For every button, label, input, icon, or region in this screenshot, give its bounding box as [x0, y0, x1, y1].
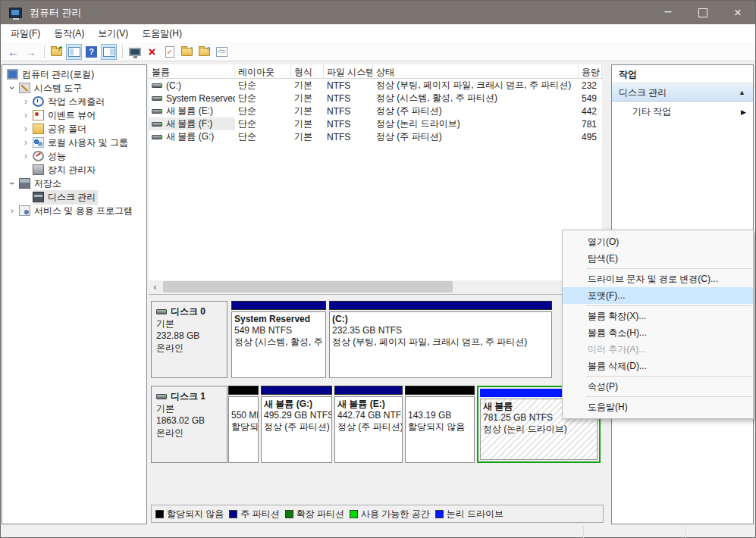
tree-item-computer-management[interactable]: 컴퓨터 관리(로컬)	[2, 67, 146, 81]
users-groups-icon	[33, 137, 44, 148]
close-icon[interactable]	[720, 1, 755, 24]
shared-folders-icon	[33, 124, 44, 134]
menu-item-change-drive-letter[interactable]: 드라이브 문자 및 경로 변경(C)...	[563, 271, 753, 287]
collapse-up-icon[interactable]	[739, 83, 745, 102]
unallocated-segment-2[interactable]: 143.19 GB 할당되지 않음	[405, 386, 475, 463]
menu-item-explore[interactable]: 탐색(E)	[563, 250, 753, 267]
tree-item-shared-folders[interactable]: 공유 폴더	[2, 122, 146, 136]
back-icon[interactable]: ←	[5, 44, 21, 60]
menu-item-help[interactable]: 도움말(H)	[563, 399, 753, 415]
chevron-expanded-icon[interactable]	[5, 83, 19, 93]
menu-item-format[interactable]: 포맷(F)...	[563, 287, 753, 304]
console-tree-toggle-icon[interactable]	[66, 44, 82, 60]
table-row[interactable]: 새 볼륨 (E:) 단순 기본 NTFS 정상 (주 파티션) 442	[149, 105, 602, 117]
unallocated-segment-1[interactable]: 550 MB 할당되지 않음	[228, 386, 259, 463]
table-row-selected[interactable]: 새 볼륨 (F:) 단순 기본 NTFS 정상 (논리 드라이브) 781	[149, 117, 602, 130]
table-row[interactable]: (C:) 단순 기본 NTFS 정상 (부팅, 페이지 파일, 크래시 덤프, …	[149, 79, 602, 92]
action-pane-toggle-icon[interactable]	[101, 44, 117, 60]
actions-section-disk-management[interactable]: 디스크 관리	[612, 83, 753, 102]
pane-splitter[interactable]	[149, 294, 602, 295]
menu-file[interactable]: 파일(F)	[4, 25, 47, 42]
menu-item-extend-volume[interactable]: 볼륨 확장(X)...	[563, 308, 753, 324]
menu-item-add-mirror: 미러 추가(A)...	[563, 341, 753, 358]
volume-icon	[152, 109, 162, 114]
menu-action[interactable]: 동작(A)	[47, 25, 91, 42]
partition-e-drive[interactable]: 새 볼륨 (E:) 442.74 GB NTFS 정상 (주 파티션)	[334, 386, 403, 463]
partition-c-drive[interactable]: (C:) 232.35 GB NTFS 정상 (부팅, 페이지 파일, 크래시 …	[329, 301, 552, 378]
folder-up-icon[interactable]: ↑	[179, 44, 195, 60]
menu-item-open[interactable]: 열기(O)	[563, 233, 753, 250]
chevron-collapsed-icon[interactable]	[19, 110, 33, 120]
more-actions-item[interactable]: 기타 작업	[612, 102, 753, 121]
tree-item-task-scheduler[interactable]: 작업 스케줄러	[2, 95, 146, 108]
disk-management-icon	[33, 192, 44, 202]
disk0-label[interactable]: 디스크 0 기본 232.88 GB 온라인	[151, 301, 227, 378]
menu-separator	[586, 396, 751, 397]
chevron-collapsed-icon[interactable]	[19, 124, 33, 134]
chevron-collapsed-icon[interactable]	[19, 96, 33, 107]
logical-drive-swatch	[435, 510, 444, 518]
tree-item-storage[interactable]: 저장소	[2, 177, 146, 190]
tree-item-performance[interactable]: 성능	[2, 149, 146, 163]
menu-view[interactable]: 보기(V)	[91, 25, 135, 42]
chevron-collapsed-icon[interactable]	[19, 137, 33, 148]
column-header-layout[interactable]: 레이아웃	[235, 64, 291, 79]
submenu-right-icon	[741, 102, 746, 122]
menu-item-delete-volume[interactable]: 볼륨 삭제(D)...	[563, 358, 753, 374]
primary-partition-swatch	[229, 510, 237, 518]
check-document-icon[interactable]	[162, 44, 177, 60]
folder-search-icon[interactable]: ○	[196, 44, 212, 60]
column-header-volume[interactable]: 볼륨	[149, 64, 235, 79]
menu-item-properties[interactable]: 속성(P)	[563, 378, 753, 395]
help-icon[interactable]	[83, 44, 99, 60]
properties-icon[interactable]	[214, 44, 230, 60]
toolbar: ← → ↱ ↑ ○	[1, 42, 755, 61]
toolbar-separator	[122, 45, 123, 58]
status-strip-divider	[685, 526, 686, 538]
chevron-expanded-icon[interactable]	[5, 178, 19, 189]
column-header-status[interactable]: 상태	[373, 64, 579, 79]
legend-item: 사용 가능한 공간	[350, 508, 430, 521]
tree-item-event-viewer[interactable]: 이벤트 뷰어	[2, 108, 146, 122]
legend-item: 확장 파티션	[285, 508, 344, 521]
table-row[interactable]: System Reserved 단순 기본 NTFS 정상 (시스템, 활성, …	[149, 92, 602, 105]
volume-icon	[152, 96, 162, 101]
tree-item-system-tools[interactable]: 시스템 도구	[2, 81, 146, 95]
minimize-icon[interactable]	[651, 1, 685, 24]
volume-icon	[152, 122, 162, 127]
maximize-icon[interactable]	[685, 1, 720, 24]
disk1-label[interactable]: 디스크 1 기본 1863.02 GB 온라인	[151, 386, 227, 463]
column-header-type[interactable]: 형식	[291, 64, 324, 79]
chevron-collapsed-icon[interactable]	[5, 205, 19, 216]
menu-bar: 파일(F) 동작(A) 보기(V) 도움말(H)	[1, 24, 755, 42]
scrollbar-thumb[interactable]	[163, 281, 453, 292]
forward-icon[interactable]: →	[23, 44, 39, 60]
scroll-left-icon[interactable]	[149, 280, 162, 293]
legend-item: 할당되지 않음	[155, 508, 224, 521]
tree-item-disk-management[interactable]: 디스크 관리	[2, 190, 146, 204]
volume-icon	[152, 135, 162, 139]
menu-item-shrink-volume[interactable]: 볼륨 축소(H)...	[563, 324, 753, 341]
column-header-filesystem[interactable]: 파일 시스템	[324, 64, 373, 79]
volume-list: 볼륨 레이아웃 형식 파일 시스템 상태 용량 (C:) 단순 기본 NTFS …	[149, 64, 602, 280]
computer-management-window: 컴퓨터 관리 파일(F) 동작(A) 보기(V) 도움말(H) ← → ↱ ↑ …	[0, 0, 756, 538]
event-viewer-icon	[33, 110, 44, 120]
tree-item-device-manager[interactable]: 장치 관리자	[2, 163, 146, 177]
horizontal-scrollbar[interactable]	[149, 280, 602, 293]
export-list-icon[interactable]: ↱	[49, 44, 64, 60]
partition-g-drive[interactable]: 새 볼륨 (G:) 495.29 GB NTFS 정상 (주 파티션)	[261, 386, 332, 463]
device-manager-icon	[33, 164, 44, 175]
menu-help[interactable]: 도움말(H)	[135, 25, 189, 42]
computer-view-icon[interactable]	[127, 44, 143, 60]
delete-icon[interactable]	[144, 44, 160, 60]
table-row[interactable]: 새 볼륨 (G:) 단순 기본 NTFS 정상 (주 파티션) 495	[149, 130, 602, 143]
performance-icon	[33, 151, 44, 161]
tree-item-services-applications[interactable]: 서비스 및 응용 프로그램	[2, 204, 146, 217]
partition-system-reserved[interactable]: System Reserved 549 MB NTFS 정상 (시스템, 활성,…	[231, 301, 326, 378]
column-header-capacity[interactable]: 용량	[579, 64, 602, 79]
tree-item-local-users-groups[interactable]: 로컬 사용자 및 그룹	[2, 136, 146, 149]
chevron-collapsed-icon[interactable]	[19, 151, 33, 161]
volume-list-header: 볼륨 레이아웃 형식 파일 시스템 상태 용량	[149, 64, 602, 79]
actions-title: 작업	[612, 65, 753, 83]
services-icon	[19, 205, 30, 216]
